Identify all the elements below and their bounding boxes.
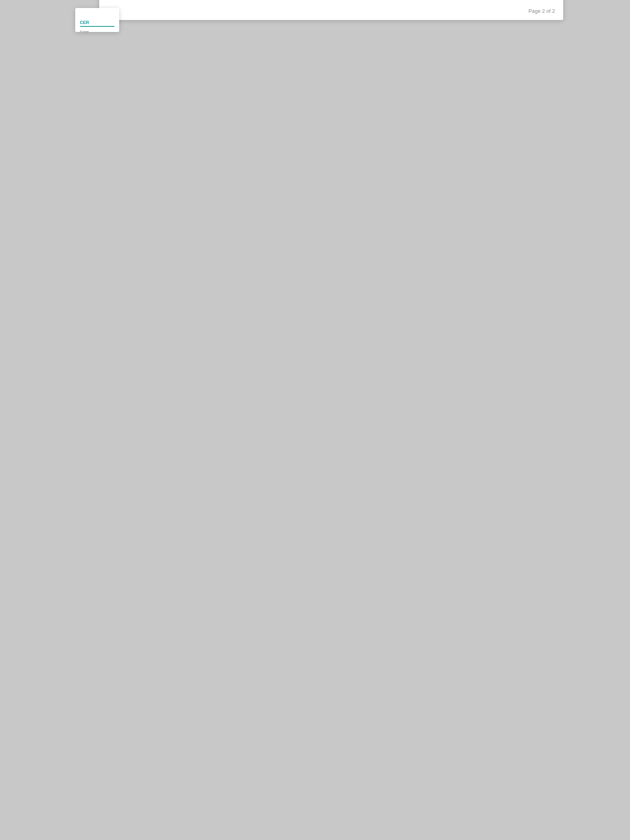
- left-item: Goog: [80, 30, 114, 32]
- page-back: Page 2 of 2: [99, 0, 563, 20]
- page2-label: Page 2 of 2: [528, 8, 555, 14]
- left-section-title: CER: [80, 20, 114, 27]
- left-partial-page: CERGoogGoogCampSearcAWABest ACabals2nd R…: [75, 8, 119, 32]
